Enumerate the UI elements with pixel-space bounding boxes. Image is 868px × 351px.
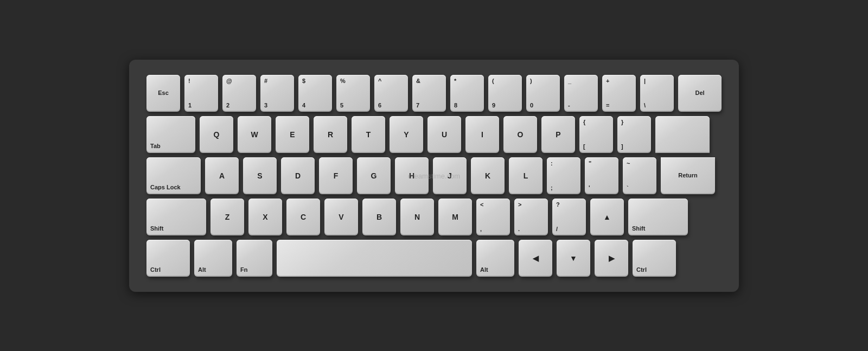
key-arrow-left[interactable]: ◀ — [519, 240, 552, 277]
row-zxcv: Shift Z X C V B N M < , > . ? / ▲ Shift — [146, 199, 722, 235]
key-k[interactable]: K — [471, 157, 505, 194]
row-bottom: Ctrl Alt Fn Alt ◀ ▼ ▶ Ctrl — [146, 240, 722, 277]
key-rbracket[interactable]: } ] — [617, 116, 651, 153]
key-5[interactable]: % 5 — [336, 75, 370, 112]
key-l[interactable]: L — [509, 157, 542, 194]
key-g[interactable]: G — [357, 157, 391, 194]
key-alt-right[interactable]: Alt — [476, 240, 514, 277]
key-backslash[interactable]: | \ — [640, 75, 674, 112]
key-i[interactable]: I — [465, 116, 499, 153]
key-space[interactable] — [277, 240, 472, 277]
key-v[interactable]: V — [324, 199, 358, 235]
key-s[interactable]: S — [243, 157, 277, 194]
key-h[interactable]: H — [395, 157, 429, 194]
key-7[interactable]: & 7 — [412, 75, 446, 112]
key-a[interactable]: A — [205, 157, 239, 194]
key-6[interactable]: ^ 6 — [374, 75, 408, 112]
key-2[interactable]: @ 2 — [222, 75, 256, 112]
key-4[interactable]: $ 4 — [298, 75, 332, 112]
key-period[interactable]: > . — [514, 199, 548, 235]
key-r[interactable]: R — [314, 116, 347, 153]
key-c[interactable]: C — [286, 199, 320, 235]
key-0[interactable]: ) 0 — [526, 75, 560, 112]
key-arrow-right[interactable]: ▶ — [595, 240, 628, 277]
key-n[interactable]: N — [400, 199, 434, 235]
key-tab[interactable]: Tab — [146, 116, 195, 153]
key-z[interactable]: Z — [210, 199, 244, 235]
key-q[interactable]: Q — [200, 116, 233, 153]
key-1[interactable]: ! 1 — [184, 75, 218, 112]
key-semicolon[interactable]: : ; — [547, 157, 580, 194]
key-u[interactable]: U — [427, 116, 461, 153]
key-p[interactable]: P — [541, 116, 575, 153]
key-ctrl-right[interactable]: Ctrl — [633, 240, 676, 277]
key-arrow-up[interactable]: ▲ — [590, 199, 624, 235]
key-esc[interactable]: Esc — [146, 75, 180, 112]
key-equals[interactable]: + = — [602, 75, 636, 112]
key-return-bottom[interactable]: Return — [661, 157, 715, 194]
key-caps-lock[interactable]: Caps Lock — [146, 157, 201, 194]
key-lbracket[interactable]: { [ — [579, 116, 613, 153]
key-alt-left[interactable]: Alt — [194, 240, 232, 277]
key-9[interactable]: ( 9 — [488, 75, 522, 112]
key-comma[interactable]: < , — [476, 199, 510, 235]
key-j[interactable]: J — [433, 157, 467, 194]
key-w[interactable]: W — [238, 116, 271, 153]
key-d[interactable]: D — [281, 157, 315, 194]
key-arrow-down[interactable]: ▼ — [557, 240, 590, 277]
key-f[interactable]: F — [319, 157, 353, 194]
key-t[interactable]: T — [352, 116, 385, 153]
key-slash[interactable]: ? / — [552, 199, 586, 235]
key-y[interactable]: Y — [390, 116, 423, 153]
key-8[interactable]: * 8 — [450, 75, 484, 112]
key-tilde[interactable]: ~ ` — [623, 157, 656, 194]
key-e[interactable]: E — [276, 116, 309, 153]
key-ctrl-left[interactable]: Ctrl — [146, 240, 190, 277]
key-minus[interactable]: _ - — [564, 75, 598, 112]
key-3[interactable]: # 3 — [260, 75, 294, 112]
key-b[interactable]: B — [362, 199, 396, 235]
row-qwerty: Tab Q W E R T Y U I O P { [ } ] — [146, 116, 722, 153]
key-m[interactable]: M — [438, 199, 472, 235]
key-del[interactable]: Del — [678, 75, 722, 112]
key-x[interactable]: X — [248, 199, 282, 235]
key-fn[interactable]: Fn — [237, 240, 272, 277]
row-asdf: Caps Lock A S D F G H J K L : ; " ' ~ ` … — [146, 157, 722, 194]
key-quote[interactable]: " ' — [585, 157, 618, 194]
row-numbers: Esc ! 1 @ 2 # 3 $ 4 % 5 ^ 6 & 7 — [146, 75, 722, 112]
key-shift-left[interactable]: Shift — [146, 199, 206, 235]
key-o[interactable]: O — [503, 116, 537, 153]
keyboard: Esc ! 1 @ 2 # 3 $ 4 % 5 ^ 6 & 7 — [129, 60, 739, 292]
key-shift-right[interactable]: Shift — [628, 199, 688, 235]
key-return-top[interactable] — [655, 116, 710, 153]
